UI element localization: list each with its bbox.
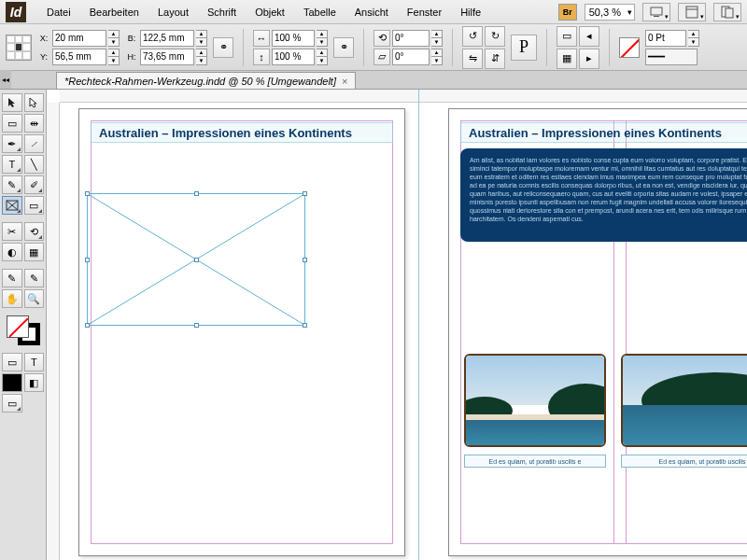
page-tool[interactable]: ▭ (2, 114, 22, 133)
menu-datei[interactable]: Datei (37, 7, 80, 18)
gradient-swatch-tool[interactable]: ◐ (2, 243, 22, 261)
select-prev-icon[interactable]: ◂ (579, 26, 599, 47)
scale-link-icon[interactable]: ⚭ (333, 37, 354, 58)
h-input[interactable]: 73,65 mm (140, 49, 194, 65)
type-tool[interactable]: T (2, 155, 22, 174)
menu-hilfe[interactable]: Hilfe (451, 7, 490, 18)
menu-fenster[interactable]: Fenster (398, 7, 451, 18)
smooth-tool[interactable]: ✐ (24, 175, 45, 194)
transform-tool[interactable]: ⟲ (24, 222, 45, 241)
body-text-frame[interactable]: Am alist, as nobitat lam volores es nobi… (460, 148, 747, 242)
zoom-select[interactable]: 50,3 % (585, 4, 635, 21)
scale-x-input[interactable]: 100 % (272, 30, 315, 47)
control-bar: X: 20 mm ▲▼ Y: 56,5 mm ▲▼ B: 122,5 mm ▲▼… (0, 24, 747, 71)
menu-objekt[interactable]: Objekt (246, 7, 294, 18)
flip-h-icon[interactable]: ⇋ (462, 49, 483, 69)
rectangle-frame-tool[interactable] (2, 196, 22, 215)
apply-gradient-icon[interactable]: ◧ (24, 373, 45, 392)
scale-x-stepper[interactable]: ▲▼ (317, 30, 328, 47)
transform-content-icon[interactable]: P (511, 35, 537, 61)
x-stepper[interactable]: ▲▼ (108, 30, 120, 47)
w-input[interactable]: 122,5 mm (140, 30, 194, 47)
document-tabstrip: ◂◂ *Rechteck-Rahmen-Werkzeug.indd @ 50 %… (0, 71, 747, 90)
scissors-tool[interactable]: ✂ (2, 222, 22, 241)
close-tab-icon[interactable]: × (342, 76, 347, 87)
scale-y-input[interactable]: 100 % (272, 49, 315, 65)
workspace: ▭ ⇹ ✒ ⟋ T ╲ ✎ ✐ ▭ ✂ ⟲ ◐ ▦ ✎ ✎ (0, 90, 747, 560)
photo-beach[interactable] (464, 354, 606, 447)
page-right[interactable]: Australien – Impressionen eines Kontinen… (448, 108, 747, 556)
fill-stroke-swatch[interactable] (5, 314, 42, 347)
eyedropper-tool[interactable]: ✎ (24, 269, 45, 287)
select-content-icon[interactable]: ▦ (557, 49, 577, 69)
ruler-vertical[interactable] (47, 103, 60, 560)
caption-left[interactable]: Ed es quiam, ut poratib uscilis e (464, 455, 606, 468)
caption-right[interactable]: Ed es quiam, ut poratib uscilis e (621, 455, 747, 468)
ruler-horizontal[interactable] (60, 90, 747, 103)
page-left-heading[interactable]: Australien – Impressionen eines Kontinen… (91, 122, 393, 143)
rotate-icon: ⟲ (374, 30, 390, 47)
bridge-button[interactable]: Br (558, 4, 577, 21)
menu-ansicht[interactable]: Ansicht (345, 7, 398, 18)
menu-tabelle[interactable]: Tabelle (294, 7, 345, 18)
pen-tool[interactable]: ✒ (2, 134, 22, 153)
formatting-text-icon[interactable]: T (24, 353, 45, 371)
note-tool[interactable]: ✎ (2, 269, 22, 287)
w-label: B: (125, 34, 138, 43)
pencil-tool[interactable]: ✎ (2, 175, 22, 194)
rectangle-frame[interactable] (87, 193, 305, 326)
spine-guide (418, 90, 419, 560)
screen-mode-dropdown[interactable] (678, 3, 706, 21)
menu-bearbeiten[interactable]: Bearbeiten (80, 7, 148, 18)
fill-swatch-none[interactable] (619, 37, 640, 58)
rectangle-tool[interactable]: ▭ (24, 196, 45, 215)
scale-x-icon: ↔ (253, 30, 270, 47)
rotate-input[interactable]: 0° (392, 30, 430, 47)
view-mode-icon[interactable]: ▭ (2, 394, 22, 413)
apply-color-icon[interactable] (2, 373, 22, 392)
select-container-icon[interactable]: ▭ (557, 26, 577, 47)
y-label: Y: (37, 52, 50, 62)
scale-y-stepper[interactable]: ▲▼ (317, 49, 328, 65)
formatting-container-icon[interactable]: ▭ (2, 353, 22, 371)
constrain-link-icon[interactable]: ⚭ (213, 37, 233, 58)
document-tab[interactable]: *Rechteck-Rahmen-Werkzeug.indd @ 50 % [U… (56, 72, 356, 89)
select-next-icon[interactable]: ▸ (579, 49, 599, 69)
fill-swatch[interactable] (7, 315, 29, 338)
h-label: H: (125, 52, 138, 62)
rotate-ccw-icon[interactable]: ↺ (462, 26, 483, 47)
photo-island[interactable] (621, 354, 747, 447)
line-tool[interactable]: ╲ (24, 155, 45, 174)
rotate-cw-icon[interactable]: ↻ (485, 26, 505, 47)
view-options-dropdown[interactable] (642, 3, 670, 21)
tabstrip-arrow[interactable]: ◂◂ (0, 70, 11, 89)
selection-tool[interactable] (2, 93, 22, 112)
page-left[interactable]: Australien – Impressionen eines Kontinen… (78, 108, 405, 556)
menu-schrift[interactable]: Schrift (198, 7, 246, 18)
rotate-stepper[interactable]: ▲▼ (431, 30, 443, 47)
shear-input[interactable]: 0° (392, 49, 430, 65)
svg-rect-2 (686, 7, 698, 18)
flip-v-icon[interactable]: ⇵ (485, 49, 505, 69)
page-right-heading[interactable]: Australien – Impressionen eines Kontinen… (460, 122, 747, 143)
y-input[interactable]: 56,5 mm (52, 49, 106, 65)
stroke-style-select[interactable]: ━━━ (645, 49, 698, 65)
stroke-weight-stepper[interactable]: ▲▼ (688, 30, 699, 47)
w-stepper[interactable]: ▲▼ (196, 30, 207, 47)
zoom-tool[interactable]: 🔍 (24, 289, 45, 308)
hand-tool[interactable]: ✋ (2, 289, 22, 308)
reference-point-grid[interactable] (6, 35, 32, 61)
y-stepper[interactable]: ▲▼ (108, 49, 120, 65)
canvas[interactable]: Australien – Impressionen eines Kontinen… (47, 90, 747, 560)
direct-selection-tool[interactable] (24, 93, 45, 112)
arrange-dropdown[interactable] (713, 3, 741, 21)
menu-layout[interactable]: Layout (148, 7, 198, 18)
h-stepper[interactable]: ▲▼ (196, 49, 207, 65)
stroke-weight-input[interactable]: 0 Pt (645, 30, 686, 47)
x-input[interactable]: 20 mm (52, 30, 106, 47)
gap-tool[interactable]: ⇹ (24, 114, 45, 133)
svg-rect-0 (651, 7, 662, 15)
shear-stepper[interactable]: ▲▼ (431, 49, 443, 65)
gradient-feather-tool[interactable]: ▦ (24, 243, 45, 261)
measure-tool[interactable]: ⟋ (24, 134, 45, 153)
